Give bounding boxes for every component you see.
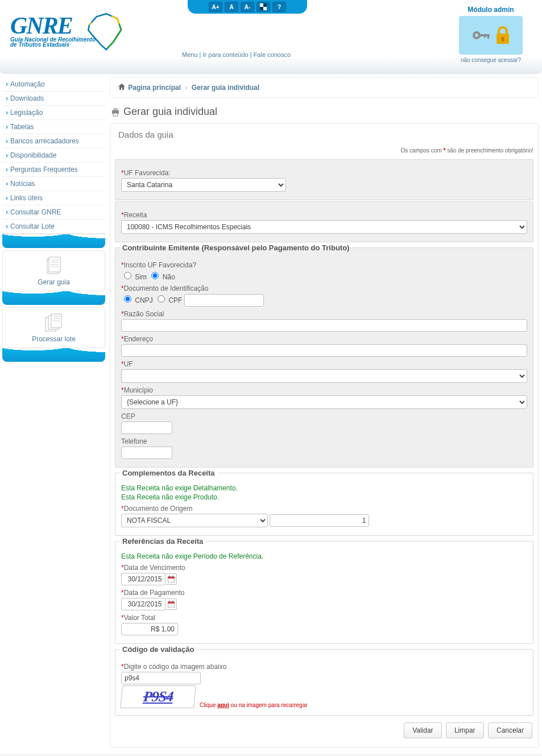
sidebar-item[interactable]: ›Perguntas Frequentes: [2, 163, 105, 177]
valor-input[interactable]: [121, 623, 178, 635]
sidebar-item[interactable]: ›Legislação: [2, 106, 105, 120]
font-increase-button[interactable]: A+: [209, 2, 222, 12]
skip-link[interactable]: Ir para conteúdo: [203, 51, 249, 58]
referencias-legend: Referências da Receita: [120, 537, 205, 546]
municipio-select[interactable]: {Selecione a UF}: [121, 395, 527, 409]
chevron-right-icon: ›: [6, 151, 8, 159]
brazil-map-icon: [77, 8, 131, 56]
captcha-reload-note: Clique aqui ou na imagem para recarregar: [200, 702, 308, 708]
cpf-radio[interactable]: [158, 295, 165, 303]
documento-id-label: *Documento de Identificação: [121, 284, 527, 292]
uf-label: *UF: [121, 360, 527, 368]
receita-select[interactable]: 100080 - ICMS Recolhimentos Especiais: [121, 220, 527, 234]
sidebar-item[interactable]: ›Disponibilidade: [2, 148, 105, 163]
validar-button[interactable]: Validar: [404, 722, 441, 738]
chevron-right-icon: ›: [6, 208, 8, 216]
svg-rect-1: [263, 7, 267, 10]
sidebar-item[interactable]: ›Automação: [2, 77, 105, 92]
cnpj-option[interactable]: CNPJ: [121, 296, 153, 304]
cnpj-radio[interactable]: [124, 295, 131, 303]
breadcrumb-current: Gerar guia individual: [192, 84, 259, 92]
menu-link[interactable]: Menu: [182, 51, 198, 58]
home-icon: [118, 84, 127, 92]
limpar-button[interactable]: Limpar: [446, 722, 484, 738]
documento-id-input[interactable]: [184, 294, 264, 307]
sidebar-item[interactable]: ›Notícias: [2, 177, 105, 191]
cancelar-button[interactable]: Cancelar: [488, 722, 532, 738]
doc-origem-select[interactable]: NOTA FISCAL: [121, 514, 268, 527]
doc-origem-label: *Documento de Origem: [121, 505, 527, 513]
contribuinte-group: Contribuinte Emitente (Responsável pelo …: [115, 243, 533, 468]
receita-group: *Receita 100080 - ICMS Recolhimentos Esp…: [115, 201, 533, 242]
uf-select[interactable]: [121, 369, 527, 383]
telefone-input[interactable]: [121, 447, 172, 459]
sidebar-item-label: Bancos arrecadadores: [10, 137, 79, 145]
inscrito-nao-radio[interactable]: [151, 272, 159, 279]
sidebar-item-label: Disponibilidade: [10, 151, 56, 159]
endereco-input[interactable]: [121, 344, 527, 357]
inscrito-nao-option[interactable]: Não: [148, 273, 175, 281]
vencimento-label: *Data de Vencimento: [121, 564, 527, 572]
svg-rect-3: [260, 7, 263, 10]
inscrito-sim-radio[interactable]: [124, 272, 131, 279]
vencimento-calendar-button[interactable]: [166, 573, 177, 585]
telefone-label: Telefone: [121, 437, 527, 445]
admin-module: Módulo admin não consegue acessar?: [451, 6, 531, 64]
complementos-note-2: Esta Receita não exige Produto.: [121, 493, 527, 501]
cep-label: CEP: [121, 412, 527, 420]
sidebar-nav: ›Automação›Downloads›Legislação›Tabelas›…: [2, 77, 105, 234]
font-normal-button[interactable]: A: [225, 2, 238, 12]
breadcrumb-home[interactable]: Pagina principal: [128, 84, 181, 92]
contact-link[interactable]: Fale conosco: [254, 51, 291, 58]
calendar-icon: [168, 601, 175, 608]
processar-lote-button[interactable]: Processar lote: [2, 307, 105, 348]
sidebar-item[interactable]: ›Consultar GNRE: [2, 205, 105, 220]
vencimento-input[interactable]: [121, 573, 166, 585]
sidebar-item[interactable]: ›Consultar Lote: [2, 220, 105, 234]
sidebar-item-label: Perguntas Frequentes: [10, 166, 78, 173]
panel-header: Dados da guia: [110, 124, 538, 145]
receita-label: *Receita: [121, 211, 527, 219]
chevron-right-icon: ›: [6, 166, 8, 173]
chevron-right-icon: ›: [6, 222, 8, 230]
contribuinte-legend: Contribuinte Emitente (Responsável pelo …: [120, 243, 351, 252]
cpf-option[interactable]: CPF: [155, 296, 182, 304]
doc-origem-num-input[interactable]: [270, 514, 369, 527]
pagamento-calendar-button[interactable]: [166, 598, 177, 610]
gerar-guia-button[interactable]: Gerar guia: [2, 250, 105, 291]
svg-rect-32: [169, 601, 170, 602]
captcha-reload-link[interactable]: aqui: [217, 702, 229, 708]
captcha-image[interactable]: P9S4: [120, 685, 196, 708]
sidebar-wave: [2, 234, 105, 248]
content: Pagina principal › Gerar guia individual…: [105, 77, 542, 754]
help-button[interactable]: ?: [272, 2, 286, 12]
sidebar-item-label: Legislação: [10, 109, 43, 117]
sidebar-item[interactable]: ›Links úteis: [2, 191, 105, 205]
accessibility-strip: A+ A A- ?: [188, 0, 307, 14]
referencias-note: Esta Receita não exige Período de Referê…: [121, 552, 527, 560]
uf-favorecida-label: *UF Favorecida:: [121, 169, 527, 177]
valor-label: *Valor Total: [121, 614, 527, 622]
sidebar-item[interactable]: ›Downloads: [2, 92, 105, 106]
cant-access-link[interactable]: não consegue acessar?: [461, 57, 521, 63]
svg-rect-29: [172, 576, 173, 577]
sidebar-item[interactable]: ›Bancos arrecadadores: [2, 134, 105, 148]
inscrito-sim-option[interactable]: Sim: [121, 273, 147, 281]
captcha-input[interactable]: [121, 672, 201, 684]
admin-login-button[interactable]: [459, 16, 523, 55]
processar-lote-label: Processar lote: [3, 335, 105, 343]
chevron-right-icon: ›: [6, 109, 8, 117]
contrast-button[interactable]: [256, 2, 270, 12]
font-decrease-button[interactable]: A-: [241, 2, 254, 12]
pagamento-input[interactable]: [121, 598, 166, 610]
razao-input[interactable]: [121, 319, 527, 332]
contrast-icon: [260, 3, 267, 10]
sidebar-item[interactable]: ›Tabelas: [2, 120, 105, 134]
complementos-group: Complementos da Receita Esta Receita não…: [115, 469, 533, 536]
svg-point-5: [475, 34, 478, 37]
svg-rect-0: [260, 3, 263, 7]
chevron-right-icon: ›: [6, 194, 8, 202]
gerar-guia-label: Gerar guia: [3, 278, 105, 286]
cep-input[interactable]: [121, 422, 172, 434]
uf-favorecida-select[interactable]: Santa Catarina: [121, 178, 286, 192]
